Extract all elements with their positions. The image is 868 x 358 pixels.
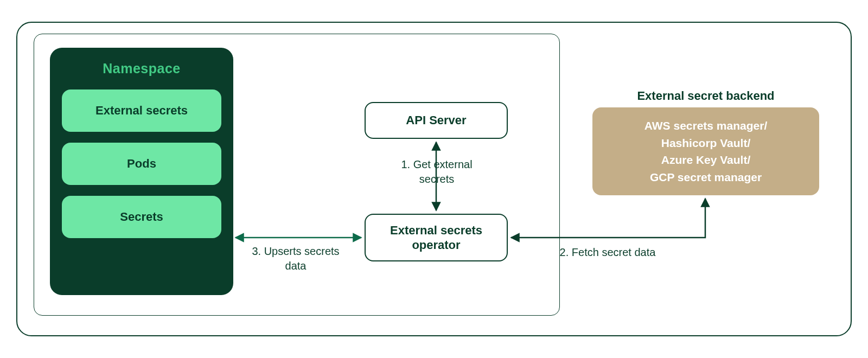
namespace-title: Namespace [62,61,221,76]
backend-line-2: Hashicorp Vault/ [661,135,751,152]
edge-label-2: 2. Fetch secret data [553,245,662,260]
namespace-item-pods: Pods [62,143,221,185]
backend-line-4: GCP secret manager [650,169,762,186]
backend-title: External secret backend [592,89,819,103]
namespace-item-secrets: Secrets [62,196,221,238]
edge-label-1: 1. Get external secrets [391,157,483,187]
backend-box: AWS secrets manager/ Hashicorp Vault/ Az… [592,107,819,195]
backend-line-3: Azure Key Vault/ [661,151,751,169]
namespace-box: Namespace External secrets Pods Secrets [50,48,233,295]
backend-line-1: AWS secrets manager/ [644,117,767,135]
operator-label: External secrets operator [371,223,501,253]
diagram-stage: Namespace External secrets Pods Secrets … [0,0,868,358]
operator-box: External secrets operator [365,214,508,261]
api-server-label: API Server [406,113,466,127]
namespace-item-external-secrets: External secrets [62,90,221,132]
edge-label-3: 3. Upserts secrets data [247,244,344,273]
api-server-box: API Server [365,102,508,139]
